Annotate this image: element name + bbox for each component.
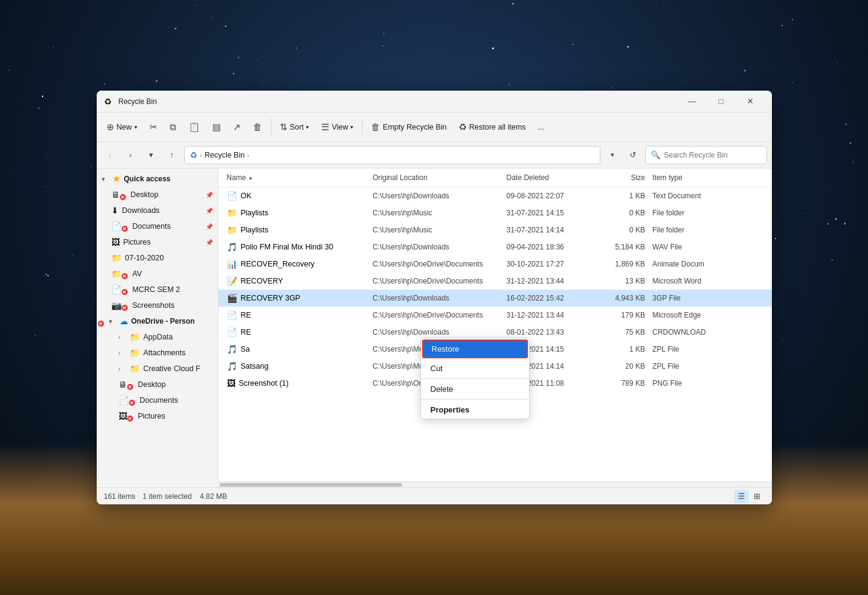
close-button[interactable]: ✕ [737, 92, 765, 111]
sidebar-item-attachments[interactable]: › 📁 Attachments [97, 345, 218, 361]
file-row[interactable]: 📁 Playlists C:\Users\hp\Music 31-07-2021… [218, 204, 772, 221]
file-row[interactable]: 📁 Playlists C:\Users\hp\Music 31-07-2021… [218, 221, 772, 238]
sidebar-item-mcrc[interactable]: 📄 ✕ MCRC SEM 2 [97, 282, 218, 298]
sidebar-item-od-desktop[interactable]: 🖥 ✕ Desktop [97, 377, 218, 392]
breadcrumb-sep: › [200, 151, 203, 159]
attachments-icon: 📁 [130, 348, 140, 358]
status-item-count: 161 items [104, 492, 136, 501]
sidebar-desktop-label: Desktop [131, 190, 159, 199]
minimize-button[interactable]: — [678, 92, 706, 111]
word-icon: 📝 [227, 276, 237, 286]
sidebar-item-desktop[interactable]: 🖥 ✕ Desktop 📌 [97, 187, 218, 203]
col-date-label: Date Deleted [507, 173, 549, 182]
breadcrumb[interactable]: ♻ › Recycle Bin › [184, 146, 600, 164]
paste-icon: 📋 [189, 122, 200, 133]
restore-all-label: Restore all items [469, 123, 526, 131]
restore-all-button[interactable]: ♻ Restore all items [454, 118, 530, 136]
sidebar: ▾ ★ Quick access 🖥 ✕ Desktop 📌 ⬇ Downloa… [97, 169, 218, 487]
file-row[interactable]: 📝 RECOVERY C:\Users\hp\OneDrive\Document… [218, 273, 772, 290]
view-button[interactable]: ☰ View ▾ [316, 118, 358, 136]
horizontal-scroll-thumb[interactable] [220, 483, 402, 487]
file-name-cell: 🎵 Sa [223, 344, 369, 354]
file-name: RECOVER_Recovery [241, 260, 315, 268]
view-icon: ☰ [321, 122, 329, 133]
file-row[interactable]: 📊 RECOVER_Recovery C:\Users\hp\OneDrive\… [218, 256, 772, 273]
sidebar-item-od-pictures[interactable]: 🖼 ✕ Pictures [97, 408, 218, 424]
maximize-button[interactable]: □ [707, 92, 735, 111]
file-date-cell: 16-02-2022 15:42 [503, 294, 600, 302]
sidebar-item-creative-cloud[interactable]: › 📁 Creative Cloud F [97, 361, 218, 377]
sidebar-av-label: AV [133, 270, 142, 278]
more-button[interactable]: ... [533, 119, 549, 135]
context-delete-button[interactable]: Delete [421, 380, 529, 398]
sidebar-item-appdata[interactable]: › 📁 AppData [97, 329, 218, 345]
context-properties-button[interactable]: Properties [421, 401, 529, 419]
file-size-cell: 20 KB [600, 362, 649, 371]
col-header-name[interactable]: Name ▲ [223, 171, 369, 184]
pictures-pin-icon: 📌 [206, 239, 213, 246]
sidebar-item-pictures[interactable]: 🖼 Pictures 📌 [97, 234, 218, 250]
context-restore-button[interactable]: Restore [422, 339, 528, 358]
file-type-cell: Microsoft Edge [649, 311, 767, 319]
sort-button[interactable]: ⇅ Sort ▾ [275, 118, 314, 136]
refresh-button[interactable]: ↺ [625, 147, 642, 164]
file-row-selected[interactable]: 🎬 RECOVERY 3GP C:\Users\hp\Downloads 16-… [218, 290, 772, 307]
context-cut-button[interactable]: Cut [421, 360, 529, 377]
sidebar-item-documents[interactable]: 📄 ✕ Documents 📌 [97, 218, 218, 234]
paste-button[interactable]: 📋 [184, 118, 205, 136]
sidebar-item-downloads[interactable]: ⬇ Downloads 📌 [97, 203, 218, 218]
back-button[interactable]: ‹ [102, 147, 119, 164]
empty-recycle-bin-button[interactable]: 🗑 Empty Recycle Bin [366, 118, 451, 136]
file-name: OK [241, 192, 252, 200]
col-header-location[interactable]: Original Location [369, 171, 503, 184]
list-view-button[interactable]: ☰ [734, 490, 749, 503]
new-dropdown-icon: ▾ [134, 124, 137, 130]
file-row[interactable]: 📄 RE C:\Users\hp\OneDrive\Documents 31-1… [218, 307, 772, 324]
sidebar-item-07102020[interactable]: 📁 07-10-2020 [97, 250, 218, 266]
explorer-window: ♻ Recycle Bin — □ ✕ ⊕ New ▾ ✂ ⧉ 📋 ▤ ↗ [97, 91, 772, 504]
search-input[interactable] [664, 151, 762, 159]
sidebar-quick-access-header[interactable]: ▾ ★ Quick access [97, 171, 218, 187]
share-button[interactable]: ↗ [228, 118, 246, 136]
file-row[interactable]: 📄 OK C:\Users\hp\Downloads 09-08-2021 22… [218, 187, 772, 204]
delete-button[interactable]: 🗑 [248, 118, 267, 136]
file-name-cell: 🎬 RECOVERY 3GP [223, 293, 369, 303]
file-date-cell: 31-07-2021 14:14 [503, 226, 600, 234]
new-button[interactable]: ⊕ New ▾ [102, 118, 142, 136]
od-desktop-icon: 🖥 [119, 380, 127, 389]
sidebar-od-desktop-label: Desktop [138, 380, 166, 389]
file-type-cell: Microsoft Word [649, 277, 767, 285]
cut-button[interactable]: ✂ [145, 118, 162, 136]
file-location-cell: C:\Users\hp\OneDrive\Documents [369, 311, 503, 319]
sidebar-onedrive-header[interactable]: ✕ ▾ ☁ OneDrive - Person [97, 313, 218, 329]
grid-view-button[interactable]: ⊞ [750, 490, 765, 503]
od-pictures-icon: 🖼 [119, 411, 127, 421]
copy-button[interactable]: ⧉ [165, 118, 181, 136]
file-name-cell: 📊 RECOVER_Recovery [223, 259, 369, 269]
rename-button[interactable]: ▤ [207, 118, 226, 136]
documents-error-icon: ✕ [122, 226, 128, 232]
file-size-cell: 0 KB [600, 226, 649, 234]
sidebar-item-av[interactable]: 📁 ✕ AV [97, 266, 218, 282]
sidebar-item-screenshots[interactable]: 📷 ✕ Screenshots [97, 298, 218, 313]
window-controls: — □ ✕ [678, 92, 765, 111]
zpl2-icon: 🎵 [227, 361, 237, 371]
horizontal-scrollbar[interactable] [218, 481, 772, 487]
col-header-size[interactable]: Size [600, 171, 649, 184]
col-header-type[interactable]: Item type [649, 171, 767, 184]
up-button[interactable]: ↑ [164, 147, 181, 164]
path-dropdown-button[interactable]: ▾ [604, 147, 621, 164]
forward-button[interactable]: › [122, 147, 139, 164]
file-row[interactable]: 🎵 Polio FM Final Mix Hindi 30 C:\Users\h… [218, 238, 772, 256]
screenshots-icon: 📷 [111, 301, 122, 310]
onedrive-expand-icon: ▾ [109, 318, 116, 325]
crdownload-icon: 📄 [227, 327, 237, 337]
search-icon: 🔍 [651, 150, 661, 159]
dropdown-button[interactable]: ▾ [143, 147, 160, 164]
search-bar[interactable]: 🔍 [645, 146, 767, 164]
edge-icon: 📄 [227, 310, 237, 320]
sidebar-item-od-documents[interactable]: 📄 ✕ Documents [97, 392, 218, 408]
main-content: ▾ ★ Quick access 🖥 ✕ Desktop 📌 ⬇ Downloa… [97, 169, 772, 487]
col-header-date[interactable]: Date Deleted [503, 171, 600, 184]
folder-07102020-icon: 📁 [111, 253, 122, 263]
